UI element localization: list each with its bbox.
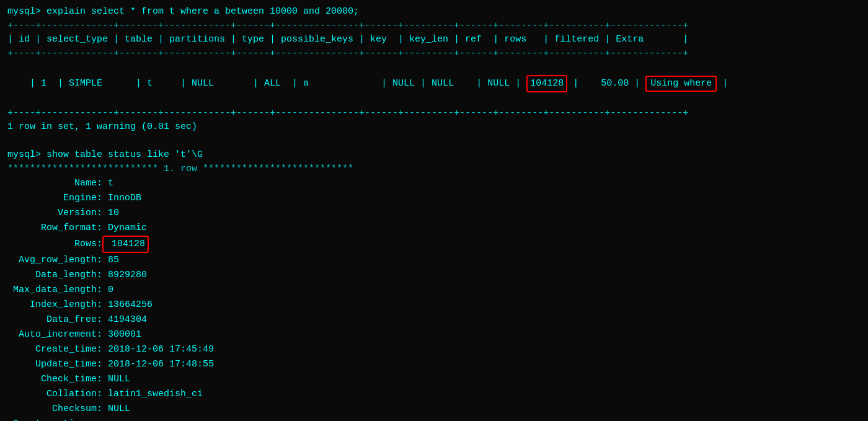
field-row: Rows: 104128 <box>7 236 861 253</box>
section-divider: *************************** 1. row *****… <box>7 162 861 177</box>
field-row: Create_time: 2018-12-06 17:45:49 <box>7 342 861 357</box>
field-value-highlight: 104128 <box>102 236 149 253</box>
filtered-val: 50.00 <box>601 78 629 89</box>
field-row: Collation: latin1_swedish_ci <box>7 387 861 402</box>
terminal: mysql> explain select * from t where a b… <box>7 5 861 421</box>
field-row: Index_length: 13664256 <box>7 298 861 312</box>
field-row: Row_format: Dynamic <box>7 221 861 236</box>
table-sep-border: +----+-------------+-------+------------… <box>7 47 861 61</box>
result-line-1: 1 row in set, 1 warning (0.01 sec) <box>7 120 861 135</box>
prompt-line-1: mysql> explain select * from t where a b… <box>7 5 861 19</box>
row-mid: | <box>567 78 601 89</box>
field-row: Auto_increment: 300001 <box>7 327 861 342</box>
table-bottom-border: +----+-------------+-------+------------… <box>7 107 861 121</box>
table-top-border: +----+-------------+-------+------------… <box>7 19 861 33</box>
row-pre: | 1 | SIMPLE | t | NULL | ALL | a | NULL… <box>30 78 526 89</box>
fields-container: Name: t Engine: InnoDB Version: 10 Row_f… <box>7 176 861 421</box>
blank-line-1 <box>7 135 861 149</box>
field-row: Max_data_length: 0 <box>7 283 861 298</box>
field-key: Rows: <box>7 239 102 249</box>
field-row: Name: t <box>7 176 861 191</box>
table-header-row: | id | select_type | table | partitions … <box>7 33 861 47</box>
table-data-row: | 1 | SIMPLE | t | NULL | ALL | a | NULL… <box>7 61 861 107</box>
prompt-line-2: mysql> show table status like 't'\G <box>7 148 861 162</box>
field-row: Engine: InnoDB <box>7 191 861 206</box>
field-row: Data_length: 8929280 <box>7 268 861 283</box>
row-post: | <box>629 78 645 89</box>
rows-highlight: 104128 <box>526 75 567 93</box>
field-row: Checksum: NULL <box>7 402 861 417</box>
field-row: Version: 10 <box>7 206 861 221</box>
field-row: Create_options: <box>7 417 861 421</box>
field-row: Check_time: NULL <box>7 372 861 387</box>
field-row: Update_time: 2018-12-06 17:48:55 <box>7 357 861 372</box>
row-end: | <box>717 78 728 89</box>
extra-highlight: Using where <box>645 76 717 92</box>
field-row: Data_free: 4194304 <box>7 312 861 327</box>
field-row: Avg_row_length: 85 <box>7 253 861 268</box>
